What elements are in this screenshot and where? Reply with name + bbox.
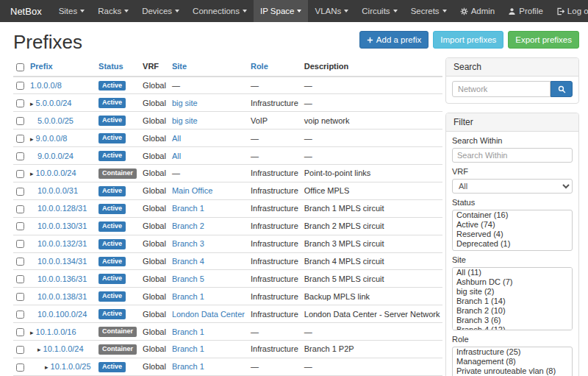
- row-checkbox[interactable]: [16, 188, 24, 196]
- row-checkbox[interactable]: [16, 328, 24, 336]
- prefix-link[interactable]: 5.0.0.0/24: [36, 99, 72, 107]
- site-link[interactable]: Branch 1: [172, 204, 204, 213]
- export-prefixes-button[interactable]: Export prefixes: [508, 31, 579, 49]
- prefix-link[interactable]: 5.0.0.0/25: [37, 116, 74, 125]
- prefix-link[interactable]: 10.0.0.136/31: [37, 274, 87, 283]
- add-prefix-button[interactable]: Add a prefix: [359, 31, 429, 49]
- site-link[interactable]: Branch 1: [172, 362, 204, 371]
- prefix-link[interactable]: 10.0.0.132/31: [37, 239, 87, 248]
- site-filter-option[interactable]: All (11): [453, 268, 572, 277]
- site-filter-option[interactable]: Branch 4 (12): [453, 325, 572, 330]
- status-filter-option[interactable]: Deprecated (1): [453, 239, 572, 249]
- nav-item-ip-space[interactable]: IP Space: [254, 0, 308, 22]
- prefix-link[interactable]: 10.0.0.0/24: [36, 169, 76, 177]
- prefix-link[interactable]: 1.0.0.0/8: [30, 81, 62, 90]
- row-checkbox[interactable]: [16, 346, 24, 354]
- role-cell: Infrastructure: [248, 199, 301, 217]
- admin-link[interactable]: Admin: [453, 0, 502, 22]
- site-link[interactable]: Branch 4: [172, 257, 204, 266]
- prefix-link[interactable]: 10.1.0.0/25: [51, 362, 91, 371]
- site-link[interactable]: Branch 1: [172, 344, 204, 353]
- prefix-link[interactable]: 10.0.0.138/31: [37, 292, 87, 301]
- site-link[interactable]: Branch 3: [172, 239, 204, 248]
- prefix-link[interactable]: 10.1.0.0/16: [36, 327, 76, 336]
- sort-link-prefix[interactable]: Prefix: [30, 62, 53, 71]
- site-link[interactable]: Main Office: [172, 186, 212, 195]
- sort-link-role[interactable]: Role: [251, 62, 268, 71]
- import-prefixes-button[interactable]: Import prefixes: [433, 31, 503, 49]
- prefix-row: 5.0.0.0/25ActiveGlobalbig siteVoIPvoip n…: [13, 112, 442, 130]
- row-checkbox[interactable]: [16, 311, 24, 319]
- prefix-link[interactable]: 9.0.0.0/8: [36, 134, 68, 143]
- row-checkbox[interactable]: [16, 117, 24, 125]
- site-link[interactable]: Branch 2: [172, 221, 204, 230]
- site-filter-option[interactable]: Branch 2 (10): [453, 306, 572, 316]
- role-filter-option[interactable]: Private unrouteable vlan (8): [453, 366, 572, 376]
- site-link[interactable]: big site: [172, 116, 198, 125]
- site-link[interactable]: Branch 5: [172, 274, 204, 283]
- prefix-cell: 10.0.0.130/31: [27, 217, 96, 235]
- search-input[interactable]: [452, 81, 551, 97]
- row-checkbox[interactable]: [16, 135, 24, 143]
- row-checkbox[interactable]: [16, 293, 24, 301]
- status-badge: Active: [98, 257, 126, 267]
- row-checkbox[interactable]: [16, 152, 24, 160]
- site-filter-option[interactable]: Branch 3 (6): [453, 316, 572, 325]
- nav-item-racks[interactable]: Racks: [91, 0, 135, 22]
- nav-item-connections[interactable]: Connections: [186, 0, 254, 22]
- site-link[interactable]: All: [172, 134, 181, 143]
- profile-link[interactable]: Profile: [501, 0, 550, 22]
- status-filter-option[interactable]: Reserved (4): [453, 230, 572, 239]
- site-link[interactable]: Branch 1: [172, 292, 204, 301]
- prefix-link[interactable]: 10.0.0.134/31: [37, 257, 87, 266]
- nav-item-vlans[interactable]: VLANs: [308, 0, 355, 22]
- row-checkbox[interactable]: [16, 258, 24, 266]
- prefix-link[interactable]: 10.0.100.0/24: [37, 310, 87, 319]
- sort-link-site[interactable]: Site: [172, 62, 187, 71]
- status-badge: Active: [98, 81, 126, 91]
- status-filter-option[interactable]: Container (16): [453, 210, 572, 220]
- row-checkbox[interactable]: [16, 363, 24, 372]
- prefix-link[interactable]: 10.0.0.0/31: [37, 186, 78, 195]
- role-filter-option[interactable]: Management (8): [453, 357, 572, 366]
- prefix-link[interactable]: 10.0.0.128/31: [37, 204, 87, 213]
- role-filter-option[interactable]: Infrastructure (25): [453, 347, 572, 357]
- row-checkbox[interactable]: [16, 240, 24, 248]
- site-filter-option[interactable]: Branch 1 (14): [453, 297, 572, 306]
- nav-item-secrets[interactable]: Secrets: [404, 0, 453, 22]
- row-checkbox[interactable]: [16, 222, 24, 230]
- app-logo[interactable]: NetBox: [0, 0, 52, 22]
- site-filter-option[interactable]: big site (2): [453, 287, 572, 297]
- site-link[interactable]: All: [172, 152, 181, 160]
- role-filter-list[interactable]: Infrastructure (25)Management (8)Private…: [452, 347, 573, 376]
- site-link[interactable]: big site: [172, 99, 198, 107]
- row-checkbox[interactable]: [16, 170, 24, 178]
- search-button[interactable]: [551, 81, 573, 97]
- site-cell: Branch 1: [169, 358, 248, 375]
- nav-item-circuits[interactable]: Circuits: [355, 0, 404, 22]
- vrf-select[interactable]: All: [452, 179, 573, 194]
- status-filter-list[interactable]: Container (16)Active (74)Reserved (4)Dep…: [452, 210, 573, 251]
- status-badge: Active: [98, 239, 126, 249]
- logout-link[interactable]: Log out: [550, 0, 588, 22]
- select-all-checkbox[interactable]: [16, 63, 24, 71]
- column-header-prefix: Prefix: [27, 57, 96, 77]
- site-link[interactable]: London Data Center: [172, 310, 245, 319]
- sort-link-status[interactable]: Status: [98, 62, 123, 71]
- row-checkbox[interactable]: [16, 99, 24, 107]
- status-filter-option[interactable]: Active (74): [453, 220, 572, 230]
- nav-item-devices[interactable]: Devices: [135, 0, 186, 22]
- site-filter-list[interactable]: All (11)Ashburn DC (7)big site (2)Branch…: [452, 267, 573, 330]
- row-checkbox[interactable]: [16, 205, 24, 213]
- prefix-link[interactable]: 10.1.0.0/24: [43, 344, 84, 353]
- prefix-link[interactable]: 10.0.0.130/31: [37, 221, 87, 230]
- site-link[interactable]: Branch 1: [172, 327, 204, 336]
- row-checkbox[interactable]: [16, 82, 24, 90]
- row-checkbox[interactable]: [16, 275, 24, 283]
- site-filter-option[interactable]: Ashburn DC (7): [453, 277, 572, 287]
- row-select-cell: [13, 77, 27, 94]
- search-within-input[interactable]: [452, 148, 573, 163]
- nav-item-sites[interactable]: Sites: [52, 0, 92, 22]
- profile-label: Profile: [519, 7, 543, 15]
- prefix-link[interactable]: 9.0.0.0/24: [37, 152, 74, 160]
